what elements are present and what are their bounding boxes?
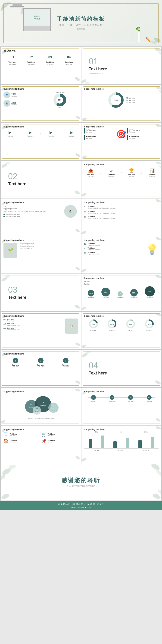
content-layout: 🌱 Supporting text here. Supporting text … [3,243,78,258]
hero-content: 手绘清新简约模板 图文 | 排版 | 设计 | 汇报 | 年终总结 苹鸟图库 [57,16,105,31]
circle-label-4: Text here [131,297,137,298]
nstep-text-3: Text here [55,366,77,367]
slide-inner: Supporting text here. 20% Text here 40% [84,315,159,346]
supporting-header: Supporting text here. [84,126,159,128]
image-area: 🧑‍💼 [64,205,78,218]
slide-inner: Supporting text here. 01 Text here 02 Te… [84,390,159,422]
dot-circle-2: 02 [110,395,114,400]
icon-house: 🏠 [3,438,8,444]
supporting-header: Supporting text here. [84,277,159,279]
hero-section: 手绘清新简约模板 🌿 ✏️ 手绘清新简约模板 图文 | 排版 | 设计 | 汇报… [0,0,162,46]
contents-item-4: 04 Text here Text here [60,55,78,65]
content-layout: 01 Supporting text here. Supporting text… [3,205,78,218]
slide-inner: 03 Text here [3,277,78,308]
icon-list-text-1: Text here [10,435,17,436]
bulb-icon-area: 💡 [146,243,159,256]
ring-label-3: Text here [127,330,134,331]
slide-progress: Supporting text here. 20% Text here 40% [81,312,162,349]
text-1: Text here [84,281,159,282]
svg-text:20%: 20% [92,324,95,325]
bar-labels: Text here Text here Text here [84,450,159,451]
svg-text:01: 01 [30,404,32,406]
stats-layout: 👤 20% Text here 👤 28% Text here [3,92,78,108]
bulb-item-2: 02 Text here Supporting text here. [84,247,144,250]
slide-inner: Supporting text here. 01 Text here Suppo… [84,239,159,271]
dot-circle-4: 04 [147,395,152,400]
icon-item-2: ∞ Text here Text here [108,168,115,177]
icon-text-1: Text here [88,176,93,177]
icon-row: 📤 Text here Text here › ∞ Text here Text… [84,168,159,177]
svg-point-88 [151,464,161,471]
svg-text:04: 04 [36,408,38,410]
donut-svg: 60% [108,92,124,108]
section-num: 03 [8,286,17,294]
list-title-1: Text here [88,206,116,207]
supporting-header: Supporting text here. [3,239,78,242]
text-right: Supporting text here. Supporting text he… [20,243,78,258]
ring-svg-2: 40% [107,319,117,329]
footer-ad: 更多精品PPT素材尽在→tuca999.com！ www.suca999.com [0,501,162,510]
target-right: 💡 Text here Text here ▼ Text here Text h… [127,128,159,140]
numlist-item-3: 03 Text here Supporting text here. [3,327,63,330]
bulb-title-3: Text here [88,252,101,253]
icon-item-3: 🏆 Text here Text here [128,168,135,177]
supporting-header: Supporting text here. [84,315,159,317]
bar-label-2: Text here [118,450,125,451]
slide-thankyou: 感谢您的聆听 THANK YOU FOR LISTENING [1,464,161,500]
list-title-2: Text here [88,210,116,212]
icon-list-item-1: 📄 Text here Text here [3,432,40,437]
divider [3,60,21,60]
icon-cart: 🛒 [41,432,47,437]
ring-svg-4: 30% [144,319,154,329]
supporting-header: Supporting text here. [3,428,78,431]
target-center: 🎯 [116,130,126,139]
item-text-3: Text here [86,138,115,139]
bulb-text-2: Supporting text here. [88,249,101,250]
dot-1: 01 Text here [90,395,96,402]
contents-num-1: 01 [3,55,21,59]
bulb-text-1: Supporting text here. [88,244,101,246]
item-title-1: 🔍 Text here [86,129,115,131]
extra-items: Supporting text here. Supporting text he… [3,213,62,217]
nstep-title-3: Text here [55,364,77,366]
text-block: Text here Text here [84,281,159,285]
icon-list-item-4: 📌 Text here Text here [41,438,78,444]
footer-site: www.suca999.com [1,506,161,509]
item-title-4: ▼ Text here [129,136,158,138]
list-text-1: Supporting text here. Supporting text he… [88,207,116,209]
prog-circle-3: 10% Text here [126,319,135,331]
slide-inner: Supporting text here. 🌱 Supporting text … [3,239,78,271]
chevron-1: › [100,170,102,175]
legend-1: Text here [126,97,135,99]
svg-point-91 [152,493,161,500]
contents-grid: 01 Text here Text here 02 Text here Text… [3,55,78,65]
icon-label-2: Text here [108,174,115,176]
list-item-2: 02 Text here Supporting text here. Suppo… [84,210,159,214]
bulb-num-3: 03 [84,252,86,254]
contents-label-1: Text here [3,64,21,65]
nstep-3: 3 Text here Text here [54,357,78,368]
bulb-title-2: Text here [88,247,101,249]
photo-circle-2: 👤 [3,100,10,107]
dot-label-4: Text here [146,400,152,402]
icon-pin: 📌 [41,438,47,444]
slide-inner: Supporting text here. Text here Text her… [84,277,159,308]
item-title-3: 👁 Text here [86,136,115,138]
section-title: Text here [89,67,107,72]
cluster-area: 01 Text here 02 Text here 03 Text here 0… [3,394,78,419]
lightbulb-icon: 💡 [146,243,159,256]
slide-inner: Supporting text here. 📄 Text here Text h… [3,428,78,460]
slide-barchart: Supporting text here. 20xx 20xx 20xx Tex… [81,426,162,463]
prog-circle-1: 20% Text here [89,319,98,331]
icon-item-1: 📤 Text here Text here [87,168,94,177]
svg-point-73 [48,402,59,413]
slide-target: Supporting text here. 🔍 Text here Text h… [81,123,162,160]
text-block-3: Supporting text here. [20,248,78,249]
text-block-1: Supporting text here. [20,243,78,244]
donut-chart: 60% [108,92,124,109]
slide-inner: 01 Text here Supporting text here. [84,50,159,82]
footer-text: 更多精品PPT素材尽在→tuca999.com！ [58,503,104,506]
section-title: Text here [8,295,26,300]
slide-piechart: Supporting text here. 60% Text here Text… [81,85,162,122]
bar-1 [89,439,92,448]
